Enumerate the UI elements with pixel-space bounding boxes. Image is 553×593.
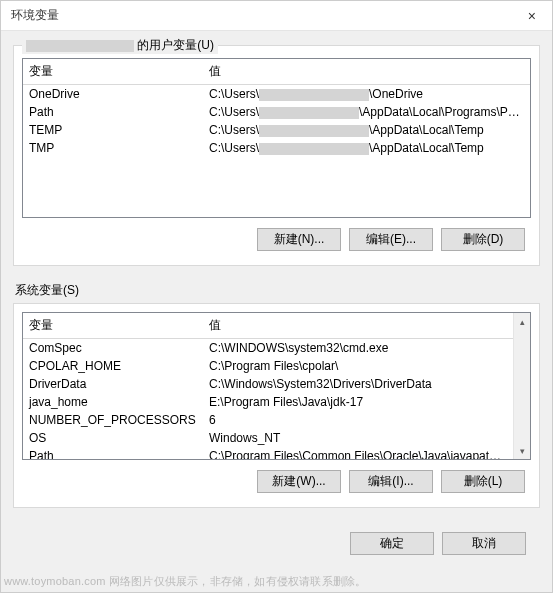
var-value: C:\WINDOWS\system32\cmd.exe <box>203 339 513 358</box>
var-name: TEMP <box>23 121 203 139</box>
var-value: C:\Users\\AppData\Local\Temp <box>203 139 530 157</box>
var-value: Windows_NT <box>203 429 513 447</box>
var-value: E:\Program Files\Java\jdk-17 <box>203 393 513 411</box>
var-name: ComSpec <box>23 339 203 358</box>
table-row[interactable]: OSWindows_NT <box>23 429 513 447</box>
system-new-button[interactable]: 新建(W)... <box>257 470 341 493</box>
table-row[interactable]: CPOLAR_HOMEC:\Program Files\cpolar\ <box>23 357 513 375</box>
col-name[interactable]: 变量 <box>23 59 203 85</box>
table-row[interactable]: ComSpecC:\WINDOWS\system32\cmd.exe <box>23 339 513 358</box>
user-vars-buttons: 新建(N)... 编辑(E)... 删除(D) <box>22 218 531 255</box>
watermark-text: www.toymoban.com 网络图片仅供展示，非存储，如有侵权请联系删除。 <box>4 574 366 589</box>
var-value: C:\Program Files\cpolar\ <box>203 357 513 375</box>
user-new-button[interactable]: 新建(N)... <box>257 228 341 251</box>
redacted-user <box>259 107 359 119</box>
table-row[interactable]: Path C:\Users\\AppData\Local\Programs\Py… <box>23 103 530 121</box>
table-row[interactable]: TEMP C:\Users\\AppData\Local\Temp <box>23 121 530 139</box>
scroll-up-icon[interactable]: ▴ <box>514 313 531 330</box>
var-value: C:\Windows\System32\Drivers\DriverData <box>203 375 513 393</box>
var-value: 6 <box>203 411 513 429</box>
col-value[interactable]: 值 <box>203 59 530 85</box>
table-row[interactable]: OneDrive C:\Users\\OneDrive <box>23 85 530 104</box>
system-edit-button[interactable]: 编辑(I)... <box>349 470 433 493</box>
system-vars-table[interactable]: 变量 值 ComSpecC:\WINDOWS\system32\cmd.exe … <box>23 313 513 459</box>
var-value: C:\Users\\AppData\Local\Programs\Pyth... <box>203 103 530 121</box>
titlebar: 环境变量 × <box>1 1 552 31</box>
env-vars-dialog: 环境变量 × 的用户变量(U) 变量 值 <box>0 0 553 593</box>
scroll-down-icon[interactable]: ▾ <box>514 442 531 459</box>
var-name: CPOLAR_HOME <box>23 357 203 375</box>
var-name: Path <box>23 447 203 459</box>
vertical-scrollbar[interactable]: ▴ ▾ <box>513 313 530 459</box>
window-title: 环境变量 <box>11 7 59 24</box>
user-vars-label-suffix: 的用户变量(U) <box>137 38 214 52</box>
table-row[interactable]: TMP C:\Users\\AppData\Local\Temp <box>23 139 530 157</box>
user-vars-table-wrap: 变量 值 OneDrive C:\Users\\OneDrive <box>22 58 531 218</box>
system-delete-button[interactable]: 删除(L) <box>441 470 525 493</box>
col-value[interactable]: 值 <box>203 313 513 339</box>
table-header-row: 变量 值 <box>23 313 513 339</box>
table-header-row: 变量 值 <box>23 59 530 85</box>
var-value: C:\Users\\AppData\Local\Temp <box>203 121 530 139</box>
var-name: DriverData <box>23 375 203 393</box>
col-name[interactable]: 变量 <box>23 313 203 339</box>
var-name: OS <box>23 429 203 447</box>
table-row[interactable]: DriverDataC:\Windows\System32\Drivers\Dr… <box>23 375 513 393</box>
redacted-user <box>259 89 369 101</box>
var-name: OneDrive <box>23 85 203 104</box>
user-vars-table[interactable]: 变量 值 OneDrive C:\Users\\OneDrive <box>23 59 530 157</box>
user-delete-button[interactable]: 删除(D) <box>441 228 525 251</box>
var-name: Path <box>23 103 203 121</box>
content-area: 的用户变量(U) 变量 值 <box>1 31 552 565</box>
user-vars-group: 的用户变量(U) 变量 值 <box>13 45 540 266</box>
system-vars-table-wrap: 变量 值 ComSpecC:\WINDOWS\system32\cmd.exe … <box>22 312 531 460</box>
system-vars-buttons: 新建(W)... 编辑(I)... 删除(L) <box>22 460 531 497</box>
redacted-username <box>26 40 134 52</box>
var-name: java_home <box>23 393 203 411</box>
var-value: C:\Users\\OneDrive <box>203 85 530 104</box>
close-icon[interactable]: × <box>522 8 542 24</box>
ok-button[interactable]: 确定 <box>350 532 434 555</box>
var-value: C:\Program Files\Common Files\Oracle\Jav… <box>203 447 513 459</box>
system-vars-group: 变量 值 ComSpecC:\WINDOWS\system32\cmd.exe … <box>13 303 540 508</box>
redacted-user <box>259 143 369 155</box>
redacted-user <box>259 125 369 137</box>
user-vars-label: 的用户变量(U) <box>22 37 218 54</box>
var-name: NUMBER_OF_PROCESSORS <box>23 411 203 429</box>
system-vars-label: 系统变量(S) <box>15 282 540 299</box>
table-row[interactable]: java_homeE:\Program Files\Java\jdk-17 <box>23 393 513 411</box>
user-edit-button[interactable]: 编辑(E)... <box>349 228 433 251</box>
table-row[interactable]: NUMBER_OF_PROCESSORS6 <box>23 411 513 429</box>
cancel-button[interactable]: 取消 <box>442 532 526 555</box>
table-row[interactable]: PathC:\Program Files\Common Files\Oracle… <box>23 447 513 459</box>
var-name: TMP <box>23 139 203 157</box>
dialog-buttons: 确定 取消 <box>13 524 540 555</box>
